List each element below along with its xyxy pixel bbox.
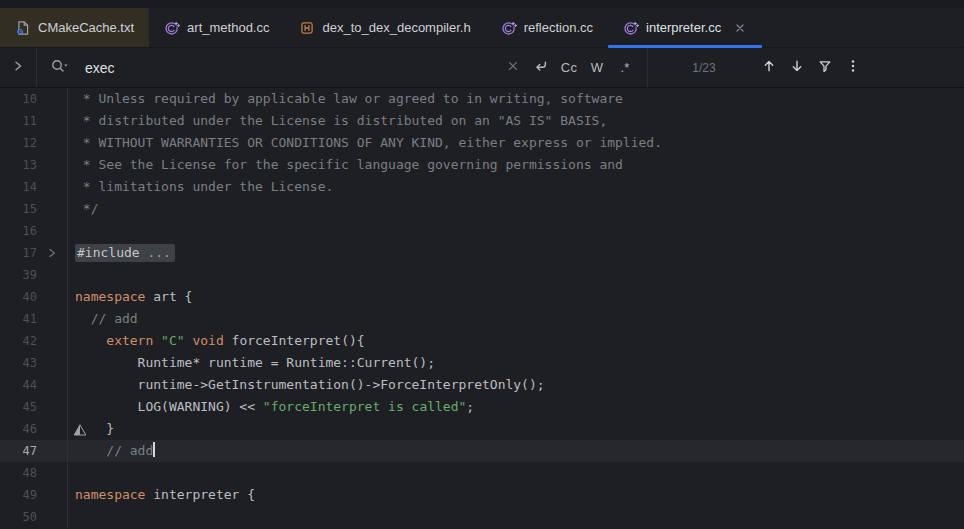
code-line-text[interactable]: LOG(WARNING) << "forceInterpret is calle… [68, 396, 964, 418]
tab-dex-to-dex-decompiler-h[interactable]: dex_to_dex_decompiler.h [284, 8, 485, 47]
line-number[interactable]: 15 [0, 198, 37, 220]
kebab-menu-icon [845, 58, 861, 78]
cpp-source-icon [164, 20, 180, 36]
gutter-spacer [37, 264, 68, 286]
code-line-text[interactable]: // add [68, 440, 964, 462]
line-number[interactable]: 11 [0, 110, 37, 132]
line-number[interactable]: 40 [0, 286, 37, 308]
code-line-text[interactable]: */ [68, 198, 964, 220]
code-line-text[interactable]: namespace art { [68, 286, 964, 308]
tab-cmakecache-txt[interactable]: CMakeCache.txt [0, 8, 149, 47]
match-case-toggle[interactable]: Cc [560, 60, 578, 75]
code-line-text[interactable]: #include ... [68, 242, 964, 264]
line-number[interactable]: 13 [0, 154, 37, 176]
line-number[interactable]: 42 [0, 330, 37, 352]
line-number[interactable]: 49 [0, 484, 37, 506]
code-line-text[interactable] [68, 264, 964, 286]
code-line-text[interactable] [68, 462, 964, 484]
code-segment: extern [106, 333, 153, 348]
code-segment: // add [75, 443, 153, 458]
code-segment: Runtime* runtime = Runtime::Current(); [75, 355, 435, 370]
arrow-down-icon [789, 58, 805, 78]
code-segment: * Unless required by applicable law or a… [75, 91, 623, 106]
regex-toggle[interactable]: .* [616, 60, 634, 75]
search-history-button[interactable] [50, 58, 70, 78]
gutter-spacer [37, 132, 68, 154]
cpp-source-icon [623, 20, 639, 36]
code-segment [153, 333, 161, 348]
window-title-strip [0, 0, 964, 8]
gutter-spacer [37, 374, 68, 396]
code-line: 39 [0, 264, 964, 286]
code-line-text[interactable]: extern "C" void forceInterpret(){ [68, 330, 964, 352]
line-number[interactable]: 39 [0, 264, 37, 286]
line-number[interactable]: 46 [0, 418, 37, 440]
close-icon [505, 58, 521, 78]
code-line: 10 * Unless required by applicable law o… [0, 88, 964, 110]
text-caret [153, 442, 155, 457]
tab-art-method-cc[interactable]: art_method.cc [149, 8, 284, 47]
code-line: 11 * distributed under the License is di… [0, 110, 964, 132]
search-input[interactable]: exec [85, 60, 115, 76]
code-line: 14 * limitations under the License. [0, 176, 964, 198]
tab-close-icon[interactable] [733, 21, 747, 35]
gutter-spacer [37, 308, 68, 330]
code-line-text[interactable]: namespace interpreter { [68, 484, 964, 506]
code-line-text[interactable]: * WITHOUT WARRANTIES OR CONDITIONS OF AN… [68, 132, 964, 154]
line-number[interactable]: 43 [0, 352, 37, 374]
newline-icon [532, 58, 550, 78]
whole-words-toggle[interactable]: W [588, 60, 606, 75]
search-filter-button[interactable] [816, 58, 834, 78]
line-number[interactable]: 16 [0, 220, 37, 242]
gutter-spacer [37, 330, 68, 352]
code-line: 43 Runtime* runtime = Runtime::Current()… [0, 352, 964, 374]
code-line: 15 */ [0, 198, 964, 220]
code-line-text[interactable] [68, 506, 964, 528]
find-toolbar: exec Cc W .* 1/23 [0, 48, 964, 88]
line-number[interactable]: 48 [0, 462, 37, 484]
tab-interpreter-cc[interactable]: interpreter.cc [608, 8, 762, 47]
expand-search-button[interactable] [0, 48, 37, 87]
code-segment: forceInterpret(){ [224, 333, 365, 348]
code-segment: * WITHOUT WARRANTIES OR CONDITIONS OF AN… [75, 135, 662, 150]
line-number[interactable]: 50 [0, 506, 37, 528]
newline-button[interactable] [532, 58, 550, 78]
tab-reflection-cc[interactable]: reflection.cc [486, 8, 608, 47]
previous-occurrence-button[interactable] [760, 58, 778, 78]
gutter-spacer [37, 198, 68, 220]
code-line-text[interactable]: * Unless required by applicable law or a… [68, 88, 964, 110]
folded-region-chip[interactable]: #include ... [75, 244, 175, 262]
code-line-text[interactable] [68, 220, 964, 242]
code-line: 44 runtime->GetInstrumentation()->ForceI… [0, 374, 964, 396]
filter-icon [817, 58, 833, 78]
line-number[interactable]: 41 [0, 308, 37, 330]
code-line-text[interactable]: * See the License for the specific langu… [68, 154, 964, 176]
code-line-text[interactable]: // add [68, 308, 964, 330]
code-line-text[interactable]: } [68, 418, 964, 440]
line-number[interactable]: 10 [0, 88, 37, 110]
code-line: 46 } [0, 418, 964, 440]
line-number[interactable]: 14 [0, 176, 37, 198]
line-number[interactable]: 44 [0, 374, 37, 396]
gutter-spacer [37, 286, 68, 308]
line-number[interactable]: 47 [0, 440, 37, 462]
arrow-up-icon [761, 58, 777, 78]
line-number[interactable]: 12 [0, 132, 37, 154]
gutter-spacer [37, 396, 68, 418]
line-number[interactable]: 45 [0, 396, 37, 418]
clear-search-button[interactable] [504, 58, 522, 78]
cpp-source-icon [501, 20, 517, 36]
code-line-text[interactable]: runtime->GetInstrumentation()->ForceInte… [68, 374, 964, 396]
code-segment: * limitations under the License. [75, 179, 333, 194]
gutter-spacer [37, 154, 68, 176]
code-line-text[interactable]: * limitations under the License. [68, 176, 964, 198]
code-segment: ... [140, 245, 171, 260]
code-line-text[interactable]: * distributed under the License is distr… [68, 110, 964, 132]
more-options-button[interactable] [844, 58, 862, 78]
fold-toggle-icon[interactable] [37, 242, 68, 264]
code-line-text[interactable]: Runtime* runtime = Runtime::Current(); [68, 352, 964, 374]
line-number[interactable]: 17 [0, 242, 37, 264]
next-occurrence-button[interactable] [788, 58, 806, 78]
search-icon [50, 58, 70, 78]
code-line: 16 [0, 220, 964, 242]
